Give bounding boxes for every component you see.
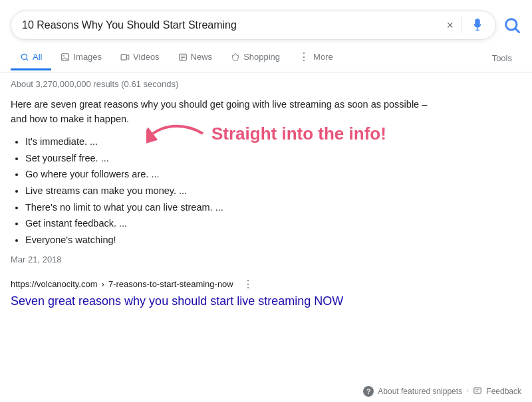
tools-button[interactable]: Tools <box>483 47 521 70</box>
more-icon: ⋮ <box>299 50 310 63</box>
videos-icon <box>120 52 130 62</box>
breadcrumb-arrow: › <box>102 279 104 289</box>
svg-line-3 <box>515 29 519 32</box>
tab-news[interactable]: News <box>169 45 222 70</box>
page-footer: ? About featured snippets • Feedback <box>352 381 532 402</box>
search-icons: × <box>446 17 485 33</box>
feedback-icon <box>473 387 482 396</box>
results-meta: About 3,270,000,000 results (0.61 second… <box>0 72 532 93</box>
result-menu-icon[interactable]: ⋮ <box>243 278 253 290</box>
divider <box>462 17 462 33</box>
snippet-date: Mar 21, 2018 <box>11 254 442 264</box>
search-button[interactable] <box>503 16 521 35</box>
list-item: Live streams can make you money. ... <box>25 183 442 199</box>
result-url: https://volcanocity.com <box>11 279 98 289</box>
search-input[interactable] <box>22 19 446 31</box>
all-icon <box>20 52 29 62</box>
svg-rect-14 <box>474 388 481 393</box>
svg-line-5 <box>26 58 27 60</box>
result-source: https://volcanocity.com › 7-reasons-to-s… <box>0 272 532 292</box>
images-icon <box>61 52 70 62</box>
tab-all[interactable]: All <box>11 45 51 70</box>
shopping-icon <box>231 52 240 62</box>
list-item: Set yourself free. ... <box>25 150 442 167</box>
nav-tabs: All Images Videos News Shopping ⋮ Mo <box>0 44 532 72</box>
list-item: Go where your followers are. ... <box>25 166 442 183</box>
search-bar: × <box>11 11 496 40</box>
footer-separator: • <box>466 387 469 396</box>
svg-rect-8 <box>121 54 126 59</box>
news-icon <box>178 52 188 62</box>
tab-videos[interactable]: Videos <box>111 45 169 70</box>
list-item: Get instant feedback. ... <box>25 215 442 232</box>
list-item: It's immediate. ... <box>25 134 442 150</box>
list-item: Everyone's watching! <box>25 232 442 249</box>
svg-point-7 <box>64 55 65 56</box>
tab-shopping[interactable]: Shopping <box>221 45 289 70</box>
list-item: There's no limit to what you can live st… <box>25 199 442 216</box>
feedback-label[interactable]: Feedback <box>486 387 521 396</box>
featured-snippet: Here are seven great reasons why you sho… <box>0 93 452 272</box>
tab-more[interactable]: ⋮ More <box>289 44 342 72</box>
tab-images[interactable]: Images <box>51 45 111 70</box>
result-title-link[interactable]: Seven great reasons why you should start… <box>0 292 452 316</box>
featured-snippets-label[interactable]: About featured snippets <box>378 387 462 396</box>
clear-icon[interactable]: × <box>446 19 454 33</box>
result-breadcrumb: 7-reasons-to-start-steaming-now <box>108 279 233 289</box>
help-icon: ? <box>363 386 374 397</box>
snippet-list: It's immediate. ... Set yourself free. .… <box>11 134 442 248</box>
search-bar-wrapper: × <box>0 0 532 40</box>
snippet-intro: Here are seven great reasons why you sho… <box>11 97 442 127</box>
mic-icon[interactable] <box>470 18 485 33</box>
